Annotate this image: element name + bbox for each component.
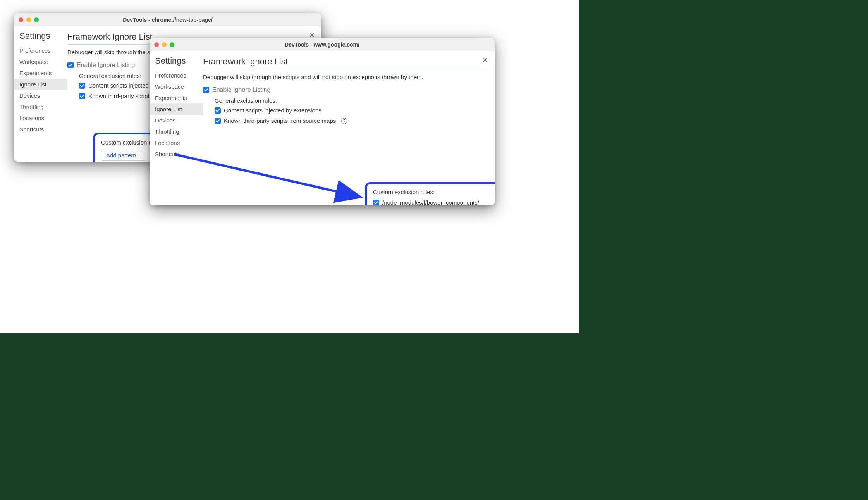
help-icon[interactable]: ? [341,118,347,124]
custom-pattern-row: /node_modules/|/bower_components/ [373,199,495,205]
enable-ignore-listing-row: Enable Ignore Listing [203,86,486,93]
traffic-lights [19,17,39,22]
maximize-window-button[interactable] [170,42,174,47]
close-window-button[interactable] [19,17,23,22]
enable-ignore-listing-label: Enable Ignore Listing [212,86,270,93]
general-exclusion-heading: General exclusion rules: [215,97,486,104]
close-window-button[interactable] [154,42,159,47]
minimize-window-button[interactable] [26,17,31,22]
page-description: Debugger will skip through the scripts a… [203,73,486,81]
third-party-checkbox[interactable] [79,93,85,99]
settings-title: Settings [150,56,203,70]
enable-ignore-listing-checkbox[interactable] [67,62,74,68]
window-title: DevTools - www.google.com/ [154,41,490,48]
traffic-lights [154,42,174,47]
third-party-checkbox[interactable] [215,118,221,124]
window-title: DevTools - chrome://new-tab-page/ [19,17,317,23]
titlebar: DevTools - chrome://new-tab-page/ [14,13,321,26]
sidebar-item-ignore-list[interactable]: Ignore List [150,103,203,115]
titlebar: DevTools - www.google.com/ [150,38,495,51]
third-party-row: Known third-party scripts from source ma… [215,117,486,124]
sidebar-item-experiments[interactable]: Experiments [14,67,67,79]
settings-sidebar: Settings Preferences Workspace Experimen… [150,51,203,205]
sidebar-item-devices[interactable]: Devices [14,90,67,101]
minimize-window-button[interactable] [162,42,167,47]
content-scripts-row: Content scripts injected by extensions [215,107,486,114]
sidebar-item-throttling[interactable]: Throttling [14,101,67,112]
maximize-window-button[interactable] [34,17,39,22]
sidebar-item-ignore-list[interactable]: Ignore List [14,79,67,90]
sidebar-item-locations[interactable]: Locations [150,137,203,148]
settings-title: Settings [14,31,67,45]
content-scripts-checkbox[interactable] [79,83,85,89]
close-icon[interactable]: × [483,56,488,64]
sidebar-item-workspace[interactable]: Workspace [14,56,67,67]
custom-pattern-label: /node_modules/|/bower_components/ [382,199,479,205]
custom-pattern-checkbox[interactable] [373,200,379,206]
enable-ignore-listing-checkbox[interactable] [203,87,209,93]
content-scripts-checkbox[interactable] [215,107,221,114]
settings-sidebar: Settings Preferences Workspace Experimen… [14,26,67,162]
third-party-label: Known third-party scripts from source ma… [224,117,336,124]
custom-exclusion-heading: Custom exclusion rules: [373,189,495,195]
sidebar-item-experiments[interactable]: Experiments [150,92,203,103]
custom-exclusion-callout: Custom exclusion rules: /node_modules/|/… [365,182,495,205]
enable-ignore-listing-label: Enable Ignore Listing [77,62,135,69]
sidebar-item-preferences[interactable]: Preferences [14,45,67,56]
sidebar-item-workspace[interactable]: Workspace [150,81,203,92]
sidebar-item-devices[interactable]: Devices [150,115,203,126]
sidebar-item-shortcuts[interactable]: Shortcuts [14,124,67,135]
sidebar-item-locations[interactable]: Locations [14,112,67,124]
sidebar-item-throttling[interactable]: Throttling [150,126,203,137]
page-title: Framework Ignore List [203,57,486,69]
content-scripts-label: Content scripts injected by extensions [224,107,321,114]
devtools-window-2: DevTools - www.google.com/ × Settings Pr… [150,38,495,205]
add-pattern-button[interactable]: Add pattern... [101,150,146,161]
sidebar-item-preferences[interactable]: Preferences [150,70,203,81]
sidebar-item-shortcuts[interactable]: Shortcuts [150,148,203,160]
